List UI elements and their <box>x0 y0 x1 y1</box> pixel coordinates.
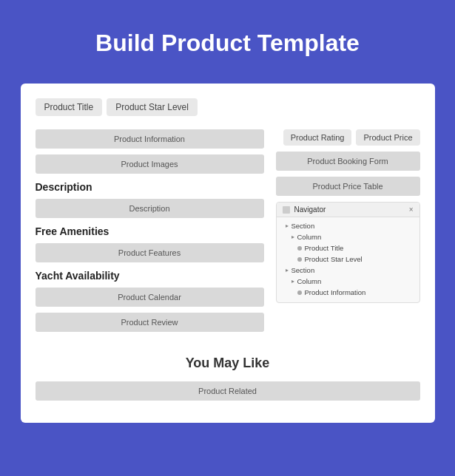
left-column: Product Information Product Images Descr… <box>36 129 264 338</box>
section-heading-yacht-availability: Yacht Availability <box>36 270 264 282</box>
nav-label-product-star-level: Product Star Level <box>305 255 363 263</box>
navigator-title: Navigator <box>294 205 326 214</box>
tab-product-title[interactable]: Product Title <box>36 98 103 116</box>
block-description: Description <box>36 199 264 218</box>
navigator-header: Navigator × <box>277 203 419 217</box>
nav-section-2: ▸ Section <box>283 265 414 276</box>
nav-chevron-col-1: ▸ <box>291 234 294 240</box>
tab-product-star-level[interactable]: Product Star Level <box>107 98 198 116</box>
nav-chevron-col-2: ▸ <box>291 278 294 285</box>
navigator-panel: Navigator × ▸ Section ▸ Column <box>276 202 420 303</box>
nav-chevron-1: ▸ <box>286 222 289 229</box>
nav-dot-1 <box>297 246 302 251</box>
block-product-booking-form: Product Booking Form <box>276 152 420 171</box>
right-column: Product Rating Product Price Product Boo… <box>276 129 420 338</box>
nav-section-1: ▸ Section <box>283 220 414 231</box>
nav-label-column-2: Column <box>297 277 322 285</box>
main-card: Product Title Product Star Level Product… <box>21 84 435 423</box>
nav-label-section-1: Section <box>291 222 315 230</box>
right-tabs-row: Product Rating Product Price <box>276 129 420 146</box>
tabs-row: Product Title Product Star Level <box>36 98 420 116</box>
nav-label-section-2: Section <box>291 266 315 274</box>
section-heading-free-amenities: Free Amenities <box>36 225 264 237</box>
nav-chevron-2: ▸ <box>286 267 289 273</box>
block-product-related: Product Related <box>36 381 420 401</box>
you-may-like-section: You May Like Product Related <box>36 356 420 401</box>
nav-label-product-info: Product Information <box>305 288 366 296</box>
you-may-like-heading: You May Like <box>36 356 420 371</box>
block-product-information: Product Information <box>36 129 264 149</box>
nav-product-info: Product Information <box>283 287 414 298</box>
navigator-tree: ▸ Section ▸ Column Product Title <box>277 217 419 302</box>
block-product-price-table: Product Price Table <box>276 177 420 196</box>
tab-product-rating[interactable]: Product Rating <box>283 129 352 146</box>
block-product-images: Product Images <box>36 154 264 174</box>
nav-column-2: ▸ Column <box>283 276 414 287</box>
nav-dot-2 <box>297 257 302 262</box>
nav-label-column-1: Column <box>297 233 322 241</box>
two-col-layout: Product Information Product Images Descr… <box>36 129 420 338</box>
block-product-calendar: Product Calendar <box>36 288 264 307</box>
navigator-close-button[interactable]: × <box>409 205 414 214</box>
tab-product-price[interactable]: Product Price <box>356 129 419 146</box>
nav-product-star-level: Product Star Level <box>283 254 414 265</box>
nav-label-product-title: Product Title <box>305 244 344 252</box>
nav-column-1: ▸ Column <box>283 231 414 242</box>
navigator-icon <box>283 206 290 214</box>
nav-dot-3 <box>297 290 302 295</box>
page-title: Build Product Template <box>95 30 360 57</box>
navigator-header-left: Navigator <box>283 205 326 214</box>
section-heading-description: Description <box>36 181 264 193</box>
block-product-review: Product Review <box>36 313 264 332</box>
block-product-features: Product Features <box>36 243 264 262</box>
nav-product-title: Product Title <box>283 242 414 254</box>
